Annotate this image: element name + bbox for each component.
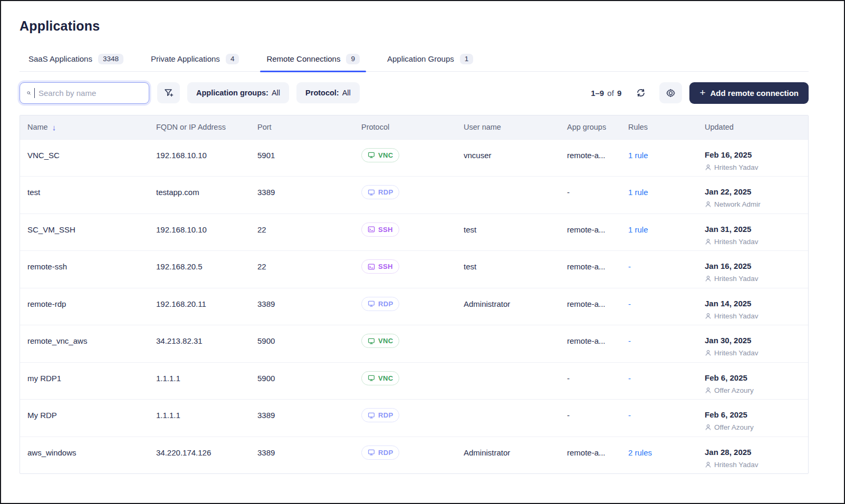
- monitor-icon: [368, 189, 375, 196]
- rules-link: -: [628, 336, 631, 345]
- cell-user-name: [464, 177, 567, 188]
- protocol-badge: RDP: [361, 408, 399, 422]
- cell-rules: -: [628, 288, 705, 308]
- cell-app-groups: remote-a...: [567, 140, 628, 160]
- updated-date: Jan 30, 2025: [705, 336, 808, 344]
- toolbar: Application groups: All Protocol: All 1–…: [20, 82, 809, 104]
- add-button-label: Add remote connection: [710, 89, 799, 98]
- cell-rules: -: [628, 363, 705, 383]
- tab-remote-connections[interactable]: Remote Connections 9: [264, 54, 362, 71]
- updated-by: Hritesh Yadav: [705, 349, 808, 357]
- filter-value: All: [272, 89, 280, 97]
- tab-count-badge: 1: [460, 54, 474, 64]
- protocol-filter[interactable]: Protocol: All: [296, 82, 360, 103]
- table-row[interactable]: my RDP1 1.1.1.1 5900 VNC - - Feb 6, 2025…: [20, 362, 808, 400]
- cell-updated: Jan 30, 2025 Hritesh Yadav: [705, 325, 808, 357]
- application-groups-filter[interactable]: Application groups: All: [187, 82, 289, 103]
- search-input[interactable]: [39, 89, 143, 98]
- table-row[interactable]: aws_windows 34.220.174.126 3389 RDP Admi…: [20, 437, 808, 474]
- tab-bar: SaaS Applications 3348 Private Applicati…: [20, 54, 809, 72]
- cell-user-name: [464, 325, 567, 336]
- table-row[interactable]: SC_VM_SSH 192.168.10.10 22 SSH test remo…: [20, 214, 808, 251]
- rules-link: -: [628, 262, 631, 271]
- filter-label: Protocol:: [305, 89, 339, 97]
- cell-name: SC_VM_SSH: [20, 214, 156, 234]
- terminal-icon: [368, 226, 375, 233]
- updated-date: Jan 16, 2025: [705, 262, 808, 270]
- add-remote-connection-button[interactable]: + Add remote connection: [689, 82, 809, 104]
- toolbar-right: 1–9 of 9 + Add remote connection: [591, 82, 809, 104]
- tab-application-groups[interactable]: Application Groups 1: [385, 54, 475, 71]
- sort-descending-icon[interactable]: ↓: [52, 123, 56, 132]
- rules-link[interactable]: 1 rule: [628, 151, 648, 160]
- cell-fqdn: 1.1.1.1: [156, 363, 257, 383]
- cell-fqdn: 1.1.1.1: [156, 400, 257, 420]
- settings-button[interactable]: [659, 82, 682, 103]
- updated-by: Hritesh Yadav: [705, 461, 808, 469]
- cell-port: 3389: [257, 437, 361, 457]
- cell-name: remote_vnc_aws: [20, 325, 156, 345]
- cell-rules: 1 rule: [628, 177, 705, 197]
- cell-port: 3389: [257, 400, 361, 420]
- protocol-badge: RDP: [361, 445, 399, 460]
- cell-updated: Jan 14, 2025 Hritesh Yadav: [705, 288, 808, 320]
- cell-port: 5901: [257, 140, 361, 160]
- cell-port: 22: [257, 251, 361, 271]
- add-filter-button[interactable]: [157, 82, 180, 103]
- table-row[interactable]: My RDP 1.1.1.1 3389 RDP - - Feb 6, 2025 …: [20, 399, 808, 437]
- tab-count-badge: 4: [226, 54, 239, 64]
- column-header-name[interactable]: Name↓: [20, 123, 156, 132]
- text-caret: [34, 88, 35, 98]
- search-box[interactable]: [20, 82, 149, 104]
- cell-rules: 1 rule: [628, 140, 705, 160]
- rules-link[interactable]: 2 rules: [628, 448, 652, 457]
- column-header-app-groups: App groups: [567, 123, 628, 131]
- cell-protocol: SSH: [361, 251, 464, 274]
- table-body: VNC_SC 192.168.10.10 5901 VNC vncuser re…: [20, 139, 808, 474]
- table-row[interactable]: remote-ssh 192.168.20.5 22 SSH test remo…: [20, 250, 808, 288]
- column-header-protocol: Protocol: [361, 123, 464, 131]
- rules-link[interactable]: 1 rule: [628, 188, 648, 197]
- tab-private-applications[interactable]: Private Applications 4: [149, 54, 241, 71]
- cell-updated: Jan 28, 2025 Hritesh Yadav: [705, 437, 808, 469]
- monitor-icon: [368, 337, 375, 345]
- cell-app-groups: -: [567, 363, 628, 383]
- cell-name: my RDP1: [20, 363, 156, 383]
- cell-app-groups: remote-a...: [567, 437, 628, 457]
- updated-by: Offer Azoury: [705, 386, 808, 394]
- column-header-port: Port: [257, 123, 361, 131]
- protocol-badge: VNC: [361, 334, 399, 348]
- cell-updated: Jan 31, 2025 Hritesh Yadav: [705, 214, 808, 246]
- protocol-label: VNC: [378, 337, 393, 345]
- protocol-label: RDP: [378, 449, 393, 457]
- filter-value: All: [342, 89, 351, 97]
- tab-saas-applications[interactable]: SaaS Applications 3348: [26, 54, 126, 71]
- updated-by: Hritesh Yadav: [705, 163, 808, 171]
- table-row[interactable]: remote_vnc_aws 34.213.82.31 5900 VNC rem…: [20, 325, 808, 362]
- cell-port: 5900: [257, 325, 361, 345]
- tab-count-badge: 3348: [98, 54, 123, 64]
- rules-link[interactable]: 1 rule: [628, 225, 648, 234]
- updated-by: Hritesh Yadav: [705, 238, 808, 246]
- cell-updated: Feb 6, 2025 Offer Azoury: [705, 400, 808, 431]
- refresh-button[interactable]: [634, 86, 648, 100]
- table-row[interactable]: remote-rdp 192.168.20.11 3389 RDP Admini…: [20, 288, 808, 325]
- table-row[interactable]: VNC_SC 192.168.10.10 5901 VNC vncuser re…: [20, 139, 808, 177]
- cell-protocol: RDP: [361, 437, 464, 460]
- cell-user-name: [464, 400, 567, 411]
- protocol-label: VNC: [378, 151, 393, 159]
- person-icon: [705, 461, 712, 468]
- table-row[interactable]: test testapp.com 3389 RDP - 1 rule Jan 2…: [20, 176, 808, 214]
- cell-rules: 2 rules: [628, 437, 705, 457]
- remote-connections-table: Name↓ FQDN or IP Address Port Protocol U…: [20, 115, 809, 474]
- refresh-icon: [636, 88, 646, 98]
- cell-user-name: Administrator: [464, 437, 567, 457]
- protocol-badge: RDP: [361, 297, 399, 311]
- column-header-user-name: User name: [464, 123, 567, 131]
- cell-protocol: VNC: [361, 140, 464, 162]
- cell-port: 5900: [257, 363, 361, 383]
- cell-fqdn: 34.213.82.31: [156, 325, 257, 345]
- cell-app-groups: -: [567, 400, 628, 420]
- protocol-label: SSH: [378, 263, 393, 270]
- cell-protocol: VNC: [361, 325, 464, 348]
